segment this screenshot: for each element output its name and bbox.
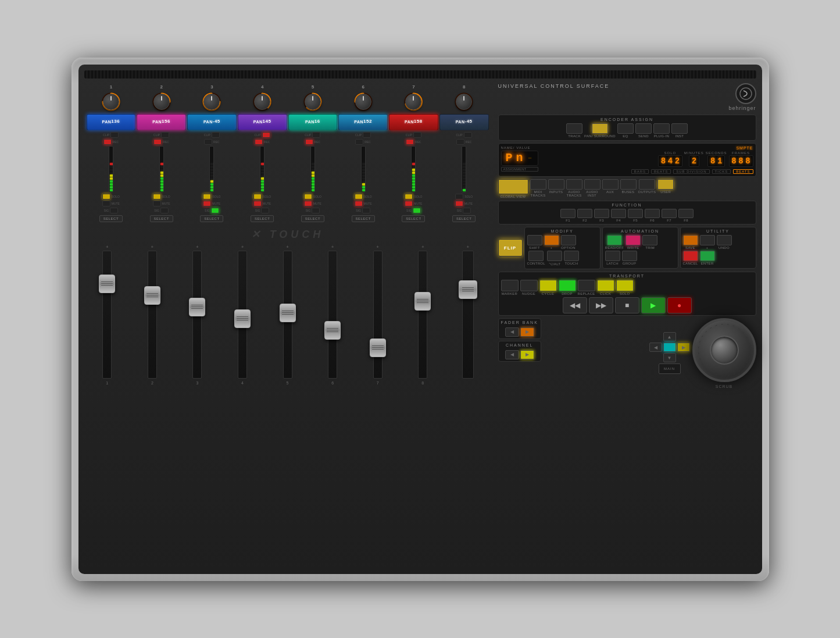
- mute-btn-7[interactable]: [405, 201, 413, 206]
- clip-btn-1[interactable]: [110, 132, 119, 138]
- fader-handle-master[interactable]: [459, 280, 477, 299]
- rec-btn-8[interactable]: [456, 139, 464, 145]
- mute-btn-5[interactable]: [304, 201, 312, 206]
- f6-btn[interactable]: [645, 209, 660, 218]
- enc-send-button[interactable]: [635, 123, 652, 134]
- rec-btn-1[interactable]: [103, 139, 112, 145]
- clip-btn-6[interactable]: [363, 132, 371, 138]
- fader-handle-6[interactable]: [324, 321, 341, 340]
- inputs-btn[interactable]: [548, 179, 564, 190]
- nav-left-btn[interactable]: ◀: [649, 343, 662, 352]
- enc-inst-button[interactable]: [671, 123, 688, 134]
- nav-right-btn[interactable]: ▶: [677, 343, 690, 352]
- f8-btn[interactable]: [678, 209, 694, 218]
- f5-btn[interactable]: [628, 209, 643, 218]
- clip-btn-4[interactable]: [262, 132, 270, 138]
- select-btn-5[interactable]: SELECT: [301, 215, 324, 222]
- clip-btn-8[interactable]: [464, 132, 472, 138]
- select-btn-8[interactable]: SELECT: [452, 215, 476, 222]
- sig-btn-5[interactable]: [312, 208, 320, 213]
- rec-btn-4[interactable]: [255, 139, 263, 145]
- knob-4[interactable]: [254, 94, 270, 110]
- clip-btn-7[interactable]: [413, 132, 421, 138]
- mute-btn-2[interactable]: [153, 201, 161, 206]
- rec-btn-5[interactable]: [305, 139, 313, 145]
- shift-btn[interactable]: [527, 235, 542, 245]
- select-btn-6[interactable]: SELECT: [352, 215, 375, 222]
- clip-btn-5[interactable]: [312, 132, 320, 138]
- solo-btn-8[interactable]: [455, 194, 463, 199]
- option-btn[interactable]: [561, 235, 576, 245]
- lcd-6[interactable]: PAN 152: [338, 114, 388, 130]
- lcd-2[interactable]: PAN 156: [137, 114, 186, 130]
- rec-btn-7[interactable]: [406, 139, 414, 145]
- nav-down-btn[interactable]: ▼: [663, 353, 676, 362]
- audio-tracks-btn[interactable]: [566, 179, 582, 190]
- lcd-7[interactable]: PAN 158: [389, 114, 438, 130]
- plus-btn[interactable]: [544, 235, 559, 245]
- enc-track-button[interactable]: [566, 123, 582, 134]
- mute-btn-4[interactable]: [253, 201, 262, 206]
- select-btn-1[interactable]: SELECT: [99, 215, 123, 222]
- solo-btn-1[interactable]: [102, 194, 110, 199]
- fader-handle-5[interactable]: [280, 304, 296, 322]
- drop-btn[interactable]: [559, 280, 576, 291]
- rec-btn-2[interactable]: [153, 139, 162, 145]
- main-button[interactable]: MAIN: [659, 363, 681, 374]
- solo-btn-2[interactable]: [153, 194, 161, 199]
- solo-btn-5[interactable]: [304, 194, 312, 199]
- mute-btn-1[interactable]: [102, 201, 110, 206]
- select-btn-2[interactable]: SELECT: [150, 215, 173, 222]
- cancel-btn[interactable]: [683, 251, 698, 261]
- trim-btn[interactable]: [642, 235, 657, 245]
- knob-6[interactable]: [355, 94, 371, 110]
- fader-handle-3[interactable]: [189, 298, 205, 316]
- clip-btn-2[interactable]: [161, 132, 169, 138]
- rewind-btn[interactable]: ◀◀: [563, 297, 587, 313]
- mute-btn-8[interactable]: [455, 201, 463, 206]
- enc-plugin-button[interactable]: [653, 123, 670, 134]
- select-btn-4[interactable]: SELECT: [251, 215, 274, 222]
- group-btn[interactable]: [622, 251, 637, 261]
- utility-plus-btn[interactable]: [700, 235, 715, 245]
- solo-transport-btn[interactable]: [616, 280, 634, 291]
- undo-btn[interactable]: [717, 235, 732, 245]
- replace-btn[interactable]: [578, 280, 595, 291]
- nudge-btn[interactable]: [520, 280, 538, 291]
- cycle-btn[interactable]: [539, 280, 557, 291]
- sig-btn-6[interactable]: [362, 208, 370, 213]
- knob-5[interactable]: [305, 94, 321, 110]
- enter-btn[interactable]: [700, 251, 715, 261]
- global-view-btn[interactable]: [498, 179, 528, 194]
- bank-right-btn[interactable]: ▶: [520, 327, 534, 337]
- knob-8[interactable]: [456, 94, 472, 110]
- rec-btn-6[interactable]: [355, 139, 363, 145]
- fader-handle-7[interactable]: [370, 338, 386, 357]
- enc-eq-button[interactable]: [617, 123, 634, 134]
- aux-btn[interactable]: [602, 179, 619, 190]
- lcd-8[interactable]: PAN -45: [439, 114, 489, 130]
- mute-btn-6[interactable]: [355, 201, 363, 206]
- solo-btn-4[interactable]: [253, 194, 262, 199]
- nav-center-btn[interactable]: [663, 343, 676, 352]
- record-btn[interactable]: ●: [667, 297, 692, 313]
- channel-right-btn[interactable]: ▶: [520, 350, 534, 359]
- fader-handle-8[interactable]: [414, 292, 431, 311]
- select-btn-7[interactable]: SELECT: [402, 215, 425, 222]
- alt-btn[interactable]: [547, 251, 562, 261]
- buses-btn[interactable]: [620, 179, 637, 190]
- user-btn[interactable]: [657, 179, 674, 190]
- f7-btn[interactable]: [662, 209, 677, 218]
- rec-btn-3[interactable]: [204, 139, 212, 145]
- fast-forward-btn[interactable]: ▶▶: [589, 297, 613, 313]
- sig-btn-7[interactable]: [413, 208, 421, 213]
- knob-1[interactable]: [103, 94, 119, 110]
- sig-btn-2[interactable]: [160, 208, 169, 213]
- lcd-3[interactable]: PAN -45: [187, 114, 237, 130]
- outputs-btn[interactable]: [639, 179, 655, 190]
- mute-btn-3[interactable]: [203, 201, 211, 206]
- marker-btn[interactable]: [501, 280, 519, 291]
- play-btn[interactable]: ▶: [641, 297, 666, 313]
- bank-left-btn[interactable]: ◀: [505, 327, 519, 337]
- f3-btn[interactable]: [594, 209, 609, 218]
